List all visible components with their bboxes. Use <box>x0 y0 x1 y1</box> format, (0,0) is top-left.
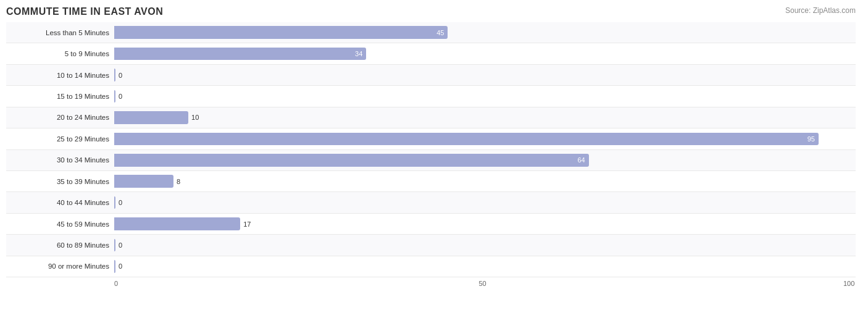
bar-track: 0 <box>114 193 856 211</box>
bar-label: 20 to 24 Minutes <box>6 114 114 121</box>
bar-fill: 64 <box>114 154 589 167</box>
bar-label: 45 to 59 Minutes <box>6 220 114 228</box>
bar-row: 15 to 19 Minutes0 <box>6 86 856 107</box>
bar-fill <box>114 196 115 209</box>
bar-label: 40 to 44 Minutes <box>6 199 114 206</box>
bar-label: 5 to 9 Minutes <box>6 50 114 57</box>
bar-track: 0 <box>114 258 856 275</box>
bar-track: 64 <box>114 151 856 169</box>
bar-value: 8 <box>177 178 180 185</box>
bar-fill <box>114 239 115 252</box>
bar-track: 0 <box>114 87 856 105</box>
x-axis: 050100 <box>114 277 856 290</box>
chart-area: Less than 5 Minutes455 to 9 Minutes3410 … <box>6 22 856 277</box>
bar-fill: 45 <box>114 26 448 39</box>
chart-container: COMMUTE TIME IN EAST AVON Source: ZipAtl… <box>0 0 868 323</box>
bar-label: 30 to 34 Minutes <box>6 156 114 164</box>
source-text: Source: ZipAtlas.com <box>785 6 856 15</box>
bar-track: 8 <box>114 172 856 190</box>
bar-track: 10 <box>114 109 856 127</box>
bar-row: 60 to 89 Minutes0 <box>6 235 856 256</box>
bar-row: 5 to 9 Minutes34 <box>6 43 856 64</box>
bar-track: 45 <box>114 23 856 41</box>
bar-row: 40 to 44 Minutes0 <box>6 192 856 213</box>
bar-value-inside: 95 <box>807 135 815 143</box>
bar-fill <box>114 217 240 230</box>
bar-track: 0 <box>114 236 856 254</box>
bar-row: 35 to 39 Minutes8 <box>6 171 856 192</box>
bar-row: 30 to 34 Minutes64 <box>6 150 856 171</box>
bar-row: 10 to 14 Minutes0 <box>6 65 856 86</box>
bar-value-inside: 64 <box>577 156 585 164</box>
bar-fill <box>114 260 115 273</box>
bar-track: 95 <box>114 130 856 148</box>
bar-track: 17 <box>114 215 856 233</box>
bar-fill: 34 <box>114 48 366 61</box>
bar-row: 90 or more Minutes0 <box>6 256 856 277</box>
x-axis-tick-label: 100 <box>843 280 854 287</box>
x-axis-tick-label: 50 <box>479 280 486 287</box>
bar-label: 60 to 89 Minutes <box>6 241 114 249</box>
bar-label: 35 to 39 Minutes <box>6 178 114 185</box>
bar-row: 25 to 29 Minutes95 <box>6 128 856 149</box>
x-axis-tick-label: 0 <box>114 280 118 287</box>
bar-row: 45 to 59 Minutes17 <box>6 214 856 235</box>
bar-value: 0 <box>119 262 122 270</box>
bar-label: 25 to 29 Minutes <box>6 135 114 143</box>
bar-value-inside: 34 <box>355 50 362 57</box>
bar-label: Less than 5 Minutes <box>6 29 114 36</box>
chart-title: COMMUTE TIME IN EAST AVON <box>6 6 856 17</box>
bar-track: 0 <box>114 66 856 84</box>
bar-fill <box>114 69 115 82</box>
bar-row: 20 to 24 Minutes10 <box>6 107 856 128</box>
bar-fill <box>114 90 115 103</box>
bar-value: 17 <box>243 220 251 228</box>
bar-row: Less than 5 Minutes45 <box>6 22 856 43</box>
bar-fill <box>114 175 173 188</box>
bar-value: 0 <box>119 241 122 249</box>
bar-label: 90 or more Minutes <box>6 262 114 270</box>
bar-value: 0 <box>119 93 122 100</box>
bar-label: 10 to 14 Minutes <box>6 72 114 79</box>
bar-value: 10 <box>191 114 199 121</box>
bar-value-inside: 45 <box>436 29 444 36</box>
bar-value: 0 <box>119 72 122 79</box>
bar-value: 0 <box>119 199 122 206</box>
bar-track: 34 <box>114 44 856 62</box>
bar-fill <box>114 111 188 124</box>
bar-fill: 95 <box>114 133 819 146</box>
bar-label: 15 to 19 Minutes <box>6 93 114 100</box>
